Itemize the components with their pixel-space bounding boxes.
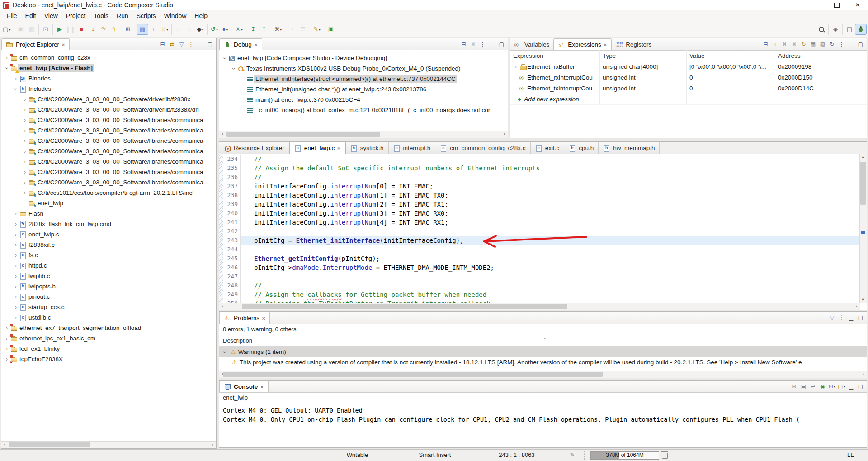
- chevron-expanded-icon[interactable]: [222, 55, 228, 62]
- project-tree-item[interactable]: hC:/ti/C2000Ware_3_03_00_00_Software/lib…: [1, 136, 216, 146]
- project-tree-item[interactable]: f2838xif.c: [1, 240, 216, 250]
- code-line[interactable]: 245Ethernet_getInitConfig(pInitCfg);: [223, 254, 860, 263]
- chevron-collapsed-icon[interactable]: [12, 283, 19, 290]
- debug-tree-item[interactable]: _c_int00_noargs() at boot_cortex_m.c:121…: [219, 105, 508, 115]
- chevron-collapsed-icon[interactable]: [12, 211, 19, 217]
- view-menu-button[interactable]: ⋮: [187, 40, 195, 49]
- project-explorer-hscrollbar[interactable]: ‹ ›: [1, 441, 216, 448]
- editor-hscrollbar[interactable]: ‹ ›: [219, 303, 860, 310]
- project-tree-item[interactable]: startup_ccs.c: [1, 302, 216, 312]
- warnings-group-row[interactable]: ⚠ Warnings (1 item): [219, 347, 867, 357]
- build-button[interactable]: ⚒▾: [273, 24, 283, 34]
- chevron-collapsed-icon[interactable]: [12, 252, 19, 259]
- code-line[interactable]: 247: [223, 272, 860, 281]
- tab-debug[interactable]: Debug: [219, 38, 262, 50]
- project-tree-item[interactable]: hC:/ti/C2000Ware_3_03_00_00_Software/dri…: [1, 94, 216, 104]
- code-line[interactable]: 248//: [223, 281, 860, 290]
- view-menu-button[interactable]: ⋮: [478, 40, 487, 49]
- code-line[interactable]: 234//: [223, 155, 860, 164]
- scroll-thumb[interactable]: [860, 162, 866, 205]
- chevron-collapsed-icon[interactable]: [3, 346, 10, 352]
- open-console-button[interactable]: ▢▾: [837, 382, 846, 391]
- profile-button[interactable]: ◆▾: [195, 24, 206, 34]
- tab-console[interactable]: Console: [219, 381, 269, 392]
- close-window-button[interactable]: [847, 0, 868, 10]
- line-number[interactable]: 238: [223, 191, 241, 200]
- step-over-button[interactable]: ↷: [98, 24, 108, 34]
- minimize-button[interactable]: ▁: [847, 313, 855, 322]
- expression-row[interactable]: Ethernet_rxBufferunsigned char[4000][0 '…: [510, 61, 867, 72]
- refresh-button[interactable]: ↻: [799, 40, 808, 49]
- line-number[interactable]: 237: [223, 182, 241, 191]
- filter-button[interactable]: ▽: [177, 40, 186, 49]
- reset-cpu-button[interactable]: ↺▾: [209, 24, 220, 34]
- tab-problems[interactable]: Problems: [219, 312, 270, 324]
- line-number[interactable]: 246: [223, 263, 241, 272]
- line-number[interactable]: 243: [223, 236, 241, 245]
- save-all-button[interactable]: ▦: [26, 24, 37, 34]
- line-number[interactable]: 239: [223, 200, 241, 209]
- edit-expression-button[interactable]: ▧: [818, 40, 827, 49]
- chevron-collapsed-icon[interactable]: [21, 179, 28, 186]
- scroll-thumb[interactable]: [223, 372, 603, 377]
- debug-hscrollbar[interactable]: ‹ ›: [219, 131, 508, 138]
- scroll-right-icon[interactable]: ›: [209, 442, 216, 448]
- new-wizard-button[interactable]: ▢▾: [1, 24, 12, 34]
- close-icon[interactable]: [260, 383, 264, 390]
- chevron-collapsed-icon[interactable]: [21, 96, 28, 103]
- chevron-collapsed-icon[interactable]: [12, 231, 19, 238]
- editor-tab-enet-lwip-c[interactable]: enet_lwip.c: [289, 142, 346, 154]
- project-tree-item[interactable]: hC:/ti/C2000Ware_3_03_00_00_Software/dri…: [1, 104, 216, 115]
- line-number[interactable]: 234: [223, 155, 241, 164]
- menu-edit[interactable]: Edit: [21, 10, 40, 22]
- ccs-edit-perspective-button[interactable]: ▤: [844, 24, 855, 34]
- code-line[interactable]: 236//: [223, 173, 860, 182]
- project-tree-item[interactable]: ✕tcpEchoF2838X: [1, 354, 216, 364]
- dropdown-icon[interactable]: ▾: [844, 385, 845, 389]
- project-tree-item[interactable]: hC:/ti/ccs1011/ccs/tools/compiler/ti-cgt…: [1, 188, 216, 198]
- remove-all-expressions-button[interactable]: ✖: [790, 40, 798, 49]
- project-tree-item[interactable]: enet_lwip [Active - Flash]: [1, 63, 216, 73]
- step-return-button[interactable]: ↰: [108, 24, 119, 34]
- code-editor[interactable]: 234//235// Assign the default SoC specif…: [219, 154, 860, 303]
- maximize-button[interactable]: ▢: [856, 40, 865, 49]
- chevron-collapsed-icon[interactable]: [21, 117, 28, 123]
- line-number[interactable]: 249: [223, 290, 241, 299]
- clear-console-button[interactable]: ⊠: [790, 382, 798, 391]
- scroll-thumb[interactable]: [242, 304, 567, 309]
- highlight-button[interactable]: ✎▾: [311, 24, 322, 34]
- chevron-collapsed-icon[interactable]: [12, 273, 19, 279]
- word-wrap-button[interactable]: ↩: [809, 382, 817, 391]
- chevron-expanded-icon[interactable]: [4, 65, 10, 72]
- minimize-button[interactable]: ▁: [196, 40, 205, 49]
- editor-tab-resource-explorer[interactable]: Resource Explorer: [219, 142, 289, 154]
- chevron-collapsed-icon[interactable]: [21, 148, 28, 155]
- chevron-collapsed-icon[interactable]: [12, 263, 19, 269]
- code-line[interactable]: 235// Assign the default SoC specific in…: [223, 164, 860, 173]
- code-line[interactable]: 244: [223, 245, 860, 254]
- code-line[interactable]: 237initInterfaceConfig.interruptNum[0] =…: [223, 182, 860, 191]
- remove-expression-button[interactable]: ✖: [780, 40, 789, 49]
- code-line[interactable]: 240initInterfaceConfig.interruptNum[3] =…: [223, 209, 860, 218]
- display-selected-console-button[interactable]: ⊡▾: [828, 382, 836, 391]
- dropdown-icon[interactable]: ▾: [216, 28, 218, 32]
- line-number[interactable]: 235: [223, 164, 241, 173]
- chevron-expanded-icon[interactable]: [231, 65, 237, 72]
- dropdown-icon[interactable]: ▾: [280, 28, 282, 32]
- open-perspective-button[interactable]: ◈: [830, 24, 841, 34]
- project-tree-item[interactable]: pinout.c: [1, 292, 216, 302]
- code-line[interactable]: 249// Assign the callbacks for Getting p…: [223, 290, 860, 299]
- search-button[interactable]: [816, 24, 827, 34]
- code-line[interactable]: 238initInterfaceConfig.interruptNum[1] =…: [223, 191, 860, 200]
- warning-item-row[interactable]: ⚠ This project was created using a versi…: [219, 357, 867, 367]
- menu-help[interactable]: Help: [190, 10, 212, 22]
- save-button[interactable]: ▣: [15, 24, 26, 34]
- chevron-collapsed-icon[interactable]: [21, 107, 28, 113]
- pin-console-button[interactable]: ◉: [818, 382, 827, 391]
- debug-tree-item[interactable]: Ethernet_init(unsigned char *)() at enet…: [219, 84, 508, 94]
- asm-step-into-button[interactable]: ↧: [248, 24, 259, 34]
- chevron-collapsed-icon[interactable]: [21, 169, 28, 175]
- dropdown-icon[interactable]: ▾: [166, 28, 168, 32]
- menu-tools[interactable]: Tools: [90, 10, 113, 22]
- editor-tab-exit-c[interactable]: exit.c: [531, 142, 565, 154]
